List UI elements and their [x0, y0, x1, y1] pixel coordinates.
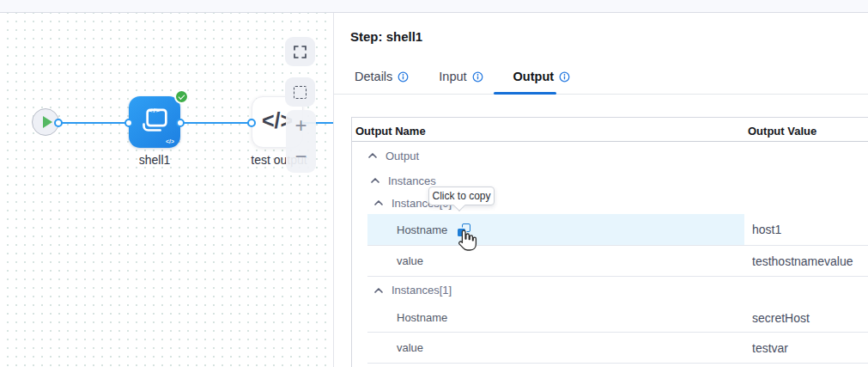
output-name-cell: Hostname: [397, 223, 447, 236]
shell-node[interactable]: </> </>: [129, 96, 180, 148]
tab-label: Details: [355, 70, 392, 83]
output-table: Output Name Output Value Output Instance…: [351, 117, 868, 367]
table-rows: Output Instances Instances[0] Hostname h…: [352, 142, 868, 364]
tab-label: Output: [513, 70, 555, 83]
output-value-cell[interactable]: testvar: [752, 341, 788, 355]
chevron-up-icon[interactable]: [367, 151, 378, 160]
table-row-hostname-1[interactable]: Hostname secretHost: [367, 303, 868, 333]
tab-divider: [334, 94, 868, 95]
code-mini-icon: </>: [166, 138, 174, 144]
play-icon: [43, 116, 52, 128]
group-label: Instances: [388, 174, 436, 187]
workflow-app: </> </> </> shell1 test output + − Step:…: [0, 0, 868, 367]
output-value-cell[interactable]: host1: [752, 223, 781, 236]
page-title: Step: shell1: [350, 29, 422, 44]
table-row-value-0[interactable]: value testhostnamevalue: [367, 246, 868, 277]
output-name-cell: value: [397, 254, 423, 267]
port-shell-in[interactable]: [124, 119, 133, 127]
output-value-cell[interactable]: testhostnamevalue: [752, 254, 853, 268]
fit-view-button[interactable]: [285, 37, 315, 66]
zoom-out-button[interactable]: −: [286, 141, 316, 172]
info-icon[interactable]: [472, 71, 483, 83]
mouse-cursor-icon: [457, 229, 477, 252]
table-row-value-1[interactable]: value testvar: [367, 333, 868, 364]
chevron-up-icon[interactable]: [373, 286, 384, 295]
box-select-icon: [294, 86, 307, 99]
chevron-up-icon[interactable]: [370, 176, 380, 185]
port-shell-out[interactable]: [176, 119, 185, 127]
tab-input[interactable]: Input: [439, 70, 483, 83]
zoom-in-button[interactable]: +: [286, 110, 316, 141]
workflow-canvas[interactable]: </> </> </> shell1 test output + −: [0, 13, 334, 367]
tab-label: Input: [439, 70, 466, 83]
check-badge-icon: [174, 89, 189, 104]
column-output-value: Output Value: [748, 125, 816, 138]
table-row-output[interactable]: Output: [367, 142, 868, 169]
copy-tooltip: Click to copy: [428, 187, 495, 205]
output-name-cell: value: [397, 341, 423, 354]
output-name-cell: Hostname: [397, 311, 447, 324]
output-value-cell[interactable]: secretHost: [752, 311, 810, 325]
shell-node-label: shell1: [107, 153, 202, 167]
edge-start-shell: [58, 122, 129, 124]
tab-output[interactable]: Output: [513, 70, 571, 83]
chevron-up-icon[interactable]: [373, 199, 384, 207]
group-label: Instances[1]: [392, 284, 452, 297]
info-icon[interactable]: [398, 71, 409, 83]
fit-view-icon: [294, 46, 307, 58]
column-output-name: Output Name: [355, 125, 426, 138]
zoom-controls: + −: [286, 110, 316, 173]
tooltip-text: Click to copy: [432, 190, 490, 202]
active-tab-indicator: [494, 92, 556, 95]
group-label: Output: [385, 150, 419, 162]
step-details-panel: Step: shell1 Details Input Output Output…: [334, 13, 868, 367]
port-test-in[interactable]: [247, 119, 256, 127]
table-row-instances-1[interactable]: Instances[1]: [367, 277, 868, 303]
table-header: Output Name Output Value: [352, 118, 868, 142]
box-select-button[interactable]: [285, 77, 315, 107]
tab-bar: Details Input Output: [355, 70, 600, 83]
tab-details[interactable]: Details: [355, 70, 409, 83]
code-glyph: </>: [129, 107, 180, 114]
port-start-out[interactable]: [54, 119, 63, 127]
table-row-hostname-0[interactable]: Hostname host1: [367, 214, 868, 246]
top-bar: [0, 0, 868, 13]
edge-shell-test: [180, 122, 252, 124]
info-icon[interactable]: [559, 71, 570, 83]
